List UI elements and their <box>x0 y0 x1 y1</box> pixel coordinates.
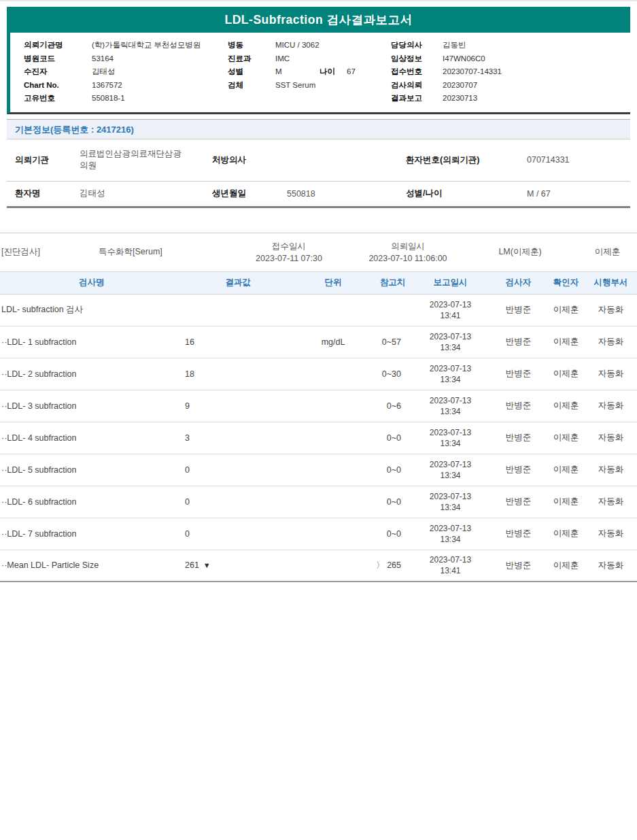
department-cell: 자동화 <box>585 390 637 422</box>
info-row-chart-no: Chart No. 1367572 <box>24 79 228 93</box>
reported-date: 2023-07-13 <box>411 331 489 342</box>
field-label: 환자명 <box>15 188 80 199</box>
department-cell: 자동화 <box>585 454 637 486</box>
reported-datetime-cell: 2023-07-13 13:34 <box>411 390 489 422</box>
field-label: 수진자 <box>24 65 92 79</box>
field-value: IMC <box>275 52 290 66</box>
result-row: ··LDL- 1 subfraction 16 mg/dL 0~57 2023-… <box>0 326 637 358</box>
field-label: Chart No. <box>24 79 92 93</box>
result-row: ··LDL- 2 subfraction 18 0~30 2023-07-13 … <box>0 358 637 390</box>
results-body: LDL- subfraction 검사 2023-07-13 13:41 반병준… <box>0 294 637 582</box>
reported-time: 13:41 <box>411 565 489 576</box>
field-value: SST Serum <box>275 79 315 93</box>
reference-range-cell: 0~0 <box>374 486 411 518</box>
result-row: ··LDL- 3 subfraction 9 0~6 2023-07-13 13… <box>0 390 637 422</box>
lab-name: LM(이제훈) <box>462 233 578 271</box>
field-value: 김태성 <box>80 188 212 199</box>
reference-range-cell: 0~0 <box>374 518 411 550</box>
reported-date: 2023-07-13 <box>411 299 489 310</box>
field-value: 김동빈 <box>443 39 466 52</box>
verifier-cell: 이제훈 <box>547 486 585 518</box>
basic-info-row: 환자명 김태성 생년월일 550818 성별/나이 M / 67 <box>7 182 630 206</box>
reference-range-cell: 0~57 <box>374 326 411 358</box>
result-value-cell: 0 <box>184 518 292 550</box>
info-row-clinical-info: 임상정보 I47WN06C0 <box>391 52 502 66</box>
field-value: 20230707 <box>443 79 477 93</box>
field-value: MICU / 3062 <box>275 39 320 52</box>
column-header-unit: 단위 <box>292 271 374 294</box>
results-table-header: 검사명 결과값 단위 참고치 보고일시 검사자 확인자 시행부서 <box>0 271 637 294</box>
basic-info-row: 의뢰기관 의료법인삼광의료재단삼광의원 처방의사 환자번호(의뢰기관) 0707… <box>7 139 630 182</box>
unit-cell <box>292 550 374 582</box>
reported-time: 13:34 <box>411 406 489 417</box>
unit-cell <box>292 358 374 390</box>
result-row: ··LDL- 7 subfraction 0 0~0 2023-07-13 13… <box>0 518 637 550</box>
result-value: 18 <box>185 369 194 379</box>
verifier-cell: 이제훈 <box>547 326 585 358</box>
info-row-specimen: 검체 SST Serum <box>228 79 391 93</box>
field-value: 550818-1 <box>92 92 125 105</box>
result-value: 3 <box>185 433 190 443</box>
result-value-cell: 261▼ <box>184 550 292 582</box>
header-info-col-center: 병동 MICU / 3062 진료과 IMC 성별 M 나이 67 검체 SST… <box>228 39 391 105</box>
department-cell: 자동화 <box>585 518 637 550</box>
info-row-department: 진료과 IMC <box>228 52 391 66</box>
received-value: 2023-07-11 07:30 <box>224 252 354 265</box>
column-header-tester: 검사자 <box>489 271 547 294</box>
tester-cell: 반병준 <box>489 326 547 358</box>
info-row-hospital-code: 병원코드 53164 <box>24 52 228 66</box>
field-label: 처방의사 <box>212 154 287 166</box>
test-name-cell: ··LDL- 2 subfraction <box>0 358 184 390</box>
reported-date: 2023-07-13 <box>411 491 489 502</box>
report-page: LDL-Subfraction 검사결과보고서 의뢰기관명 (학)가톨릭대학교 … <box>0 0 637 840</box>
requested-datetime: 의뢰일시 2023-07-10 11:06:00 <box>354 233 462 271</box>
info-row-requesting-org: 의뢰기관명 (학)가톨릭대학교 부천성모병원 <box>24 39 228 52</box>
reported-time: 13:41 <box>411 310 489 321</box>
header-info-block: 의뢰기관명 (학)가톨릭대학교 부천성모병원 병원코드 53164 수진자 김태… <box>7 33 630 114</box>
result-value-cell: 9 <box>184 390 292 422</box>
tester-cell: 반병준 <box>489 422 547 454</box>
info-row-sex-age: 성별 M 나이 67 <box>228 65 391 79</box>
department-cell: 자동화 <box>585 326 637 358</box>
field-value: M <box>275 65 320 79</box>
result-row: ··Mean LDL- Particle Size 261▼ 〉 265 202… <box>0 550 637 582</box>
result-value: 0 <box>185 497 190 507</box>
column-header-reference: 참고치 <box>374 271 411 294</box>
field-value: M / 67 <box>527 189 630 199</box>
field-value: 550818 <box>287 189 406 199</box>
info-row-doctor: 담당의사 김동빈 <box>391 39 502 52</box>
unit-cell <box>292 518 374 550</box>
unit-cell <box>292 390 374 422</box>
received-label: 접수일시 <box>224 240 354 252</box>
field-label: 성별 <box>228 65 275 79</box>
department-cell: 자동화 <box>585 550 637 582</box>
field-label: 의뢰기관명 <box>24 39 92 52</box>
result-row: ··LDL- 5 subfraction 0 0~0 2023-07-13 13… <box>0 454 637 486</box>
tester-cell: 반병준 <box>489 550 547 582</box>
test-name-cell: ··LDL- 3 subfraction <box>0 390 184 422</box>
reported-date: 2023-07-13 <box>411 459 489 470</box>
report-title-bar: LDL-Subfraction 검사결과보고서 <box>7 7 630 33</box>
reported-time: 13:34 <box>411 502 489 513</box>
verifier-cell: 이제훈 <box>547 294 585 326</box>
requested-label: 의뢰일시 <box>354 240 462 252</box>
tester-cell: 반병준 <box>489 294 547 326</box>
field-value: 김태성 <box>92 65 116 79</box>
result-value-cell <box>184 294 292 326</box>
verifier-cell: 이제훈 <box>547 422 585 454</box>
test-name-cell: ··Mean LDL- Particle Size <box>0 550 184 582</box>
info-row-unique-no: 고유번호 550818-1 <box>24 92 228 105</box>
reported-date: 2023-07-13 <box>411 427 489 438</box>
test-panel: 특수화학[Serum] <box>99 233 224 271</box>
result-row: ··LDL- 6 subfraction 0 0~0 2023-07-13 13… <box>0 486 637 518</box>
info-row-ward: 병동 MICU / 3062 <box>228 39 391 52</box>
result-value: 16 <box>185 337 194 347</box>
result-row: LDL- subfraction 검사 2023-07-13 13:41 반병준… <box>0 294 637 326</box>
result-value-cell: 3 <box>184 422 292 454</box>
field-value: 20230713 <box>443 92 477 105</box>
field-label: 진료과 <box>228 52 275 66</box>
result-value-cell: 18 <box>184 358 292 390</box>
field-label: 결과보고 <box>391 92 443 105</box>
reported-date: 2023-07-13 <box>411 395 489 406</box>
verifier-cell: 이제훈 <box>547 518 585 550</box>
